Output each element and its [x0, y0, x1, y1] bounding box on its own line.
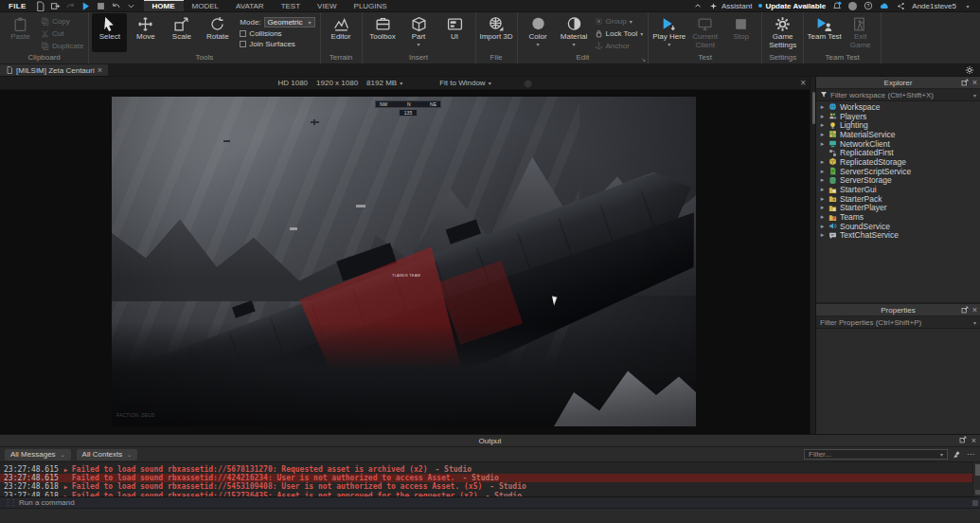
clear-output-broom-icon[interactable] [953, 450, 962, 460]
avatar[interactable] [848, 2, 857, 10]
import-3d-button[interactable]: Import 3D [479, 13, 514, 52]
3d-viewport[interactable]: NW N NE 135 TLANDS TEAM FACTION: ZEUS [112, 97, 696, 426]
expand-arrow-icon[interactable]: ▶ [64, 466, 72, 473]
dialog-launcher-icon[interactable]: ↘ [641, 56, 646, 63]
share-icon[interactable] [896, 1, 905, 10]
explorer-item-replicatedstorage[interactable]: ▸ReplicatedStorage [816, 157, 980, 167]
output-scrollbar[interactable] [972, 462, 980, 496]
close-icon[interactable]: × [971, 436, 976, 445]
expand-caret-icon[interactable]: ▸ [819, 131, 826, 138]
tab-options-gear[interactable] [965, 64, 980, 76]
explorer-item-serverscriptservice[interactable]: ▸ServerScriptService [816, 167, 980, 176]
collisions-checkbox[interactable]: Collisions [240, 29, 314, 38]
lock-tool-button[interactable]: Lock Tool▾ [593, 28, 646, 39]
rotate-button[interactable]: Rotate [200, 13, 235, 52]
explorer-item-replicatedfirst[interactable]: ReplicatedFirst [816, 148, 980, 157]
toolbox-button[interactable]: Toolbox [365, 13, 401, 52]
game-settings-button[interactable]: Game Settings [765, 13, 800, 52]
account-caret-icon[interactable]: ▾ [963, 1, 972, 10]
output-row[interactable]: 23:27:48.618▶Failed to load sound rbxass… [0, 482, 980, 491]
ribbon-tab-plugins[interactable]: PLUGINS [346, 0, 396, 11]
explorer-item-networkclient[interactable]: ▸NetworkClient [816, 139, 980, 149]
play-icon[interactable] [80, 1, 91, 11]
fit-to-window-dropdown[interactable]: Fit to Window▾ [439, 79, 490, 87]
context-filter-dropdown[interactable]: All Contexts⌄ [77, 449, 138, 460]
place-tab[interactable]: [MILSIM] Zeta Centauri × [0, 64, 108, 76]
expand-caret-icon[interactable]: ▸ [819, 121, 826, 129]
username-label[interactable]: Ande1steve5 [912, 2, 956, 10]
select-button[interactable]: Select [92, 13, 127, 52]
command-bar[interactable]: ⋮⋮ Run a command [0, 496, 980, 508]
join-surfaces-checkbox[interactable]: Join Surfaces [240, 40, 314, 48]
expand-caret-icon[interactable]: ▸ [819, 158, 826, 166]
redo-icon[interactable] [65, 1, 76, 11]
collapse-ribbon-icon[interactable] [693, 1, 703, 10]
move-button[interactable]: Move [128, 13, 163, 52]
output-filter-input[interactable]: Filter... ▾ [804, 449, 948, 460]
color-button[interactable]: Color▾ [521, 13, 556, 52]
expand-caret-icon[interactable]: ▸ [819, 168, 826, 175]
notifications-bell-icon[interactable] [832, 1, 842, 10]
explorer-item-starterplayer[interactable]: ▸StarterPlayer [816, 204, 980, 213]
popout-icon[interactable] [961, 306, 969, 314]
assistant-button[interactable]: Assistant [709, 1, 752, 10]
output-scrollbar-button[interactable] [975, 490, 980, 495]
explorer-item-lighting[interactable]: ▸Lighting [816, 120, 980, 130]
popout-icon[interactable] [961, 79, 969, 86]
expand-caret-icon[interactable]: ▸ [819, 223, 826, 230]
update-available-button[interactable]: Update Available [758, 2, 826, 10]
viewport-toolbar-close[interactable]: × [800, 77, 806, 89]
popout-icon[interactable] [959, 436, 967, 443]
ribbon-tab-view[interactable]: VIEW [309, 0, 345, 11]
explorer-item-serverstorage[interactable]: ▸ServerStorage [816, 176, 980, 186]
caret-down-icon[interactable] [126, 1, 136, 11]
explorer-item-teams[interactable]: ▸Teams [816, 212, 980, 222]
record-icon[interactable]: ◎ [525, 79, 532, 88]
file-menu-button[interactable]: FILE [0, 0, 35, 11]
panel-splitter[interactable] [810, 77, 816, 434]
current-client-button[interactable]: Current Client [687, 13, 722, 52]
explorer-item-workspace[interactable]: ▸Workspace [816, 102, 980, 112]
scale-button[interactable]: Scale [164, 13, 199, 52]
expand-arrow-icon[interactable]: ▶ [64, 483, 72, 490]
ribbon-tab-test[interactable]: TEST [273, 0, 309, 11]
explorer-item-soundservice[interactable]: ▸SoundService [816, 222, 980, 231]
expand-caret-icon[interactable]: ▸ [819, 140, 826, 148]
memory-dropdown[interactable]: 8192 MB▾ [366, 79, 402, 87]
team-test-button[interactable]: Team Test [807, 13, 842, 52]
stop-button[interactable]: Stop [723, 13, 758, 52]
output-row[interactable]: 23:27:48.615▶Failed to load sound rbxass… [0, 465, 980, 474]
exit-game-button[interactable]: Exit Game [843, 13, 878, 52]
expand-caret-icon[interactable]: ▸ [819, 204, 826, 211]
anchor-button[interactable]: Anchor [593, 41, 646, 51]
expand-caret-icon[interactable]: ▸ [819, 176, 826, 184]
output-row[interactable]: 23:27:48.615Failed to load sound rbxasse… [0, 474, 980, 482]
paste-button[interactable]: Paste [3, 13, 38, 52]
output-scrollbar-thumb[interactable] [975, 464, 980, 476]
mode-dropdown[interactable]: Geometric▾ [264, 17, 315, 27]
expand-caret-icon[interactable]: ▸ [819, 195, 826, 203]
group-button[interactable]: Group▾ [593, 16, 646, 27]
ribbon-tab-model[interactable]: MODEL [184, 0, 227, 11]
expand-caret-icon[interactable]: ▸ [819, 113, 826, 120]
expand-caret-icon[interactable]: ▸ [819, 231, 826, 239]
expand-caret-icon[interactable]: ▸ [819, 186, 826, 193]
close-icon[interactable]: × [972, 305, 977, 315]
stop-icon[interactable] [96, 1, 106, 11]
message-filter-dropdown[interactable]: All Messages⌄ [5, 449, 71, 460]
ribbon-tab-avatar[interactable]: AVATAR [227, 0, 273, 11]
explorer-item-textchatservice[interactable]: ▸TextChatService [816, 231, 980, 241]
expand-caret-icon[interactable]: ▸ [819, 103, 826, 111]
help-icon[interactable]: ? [864, 1, 873, 10]
ui-button[interactable]: UI [437, 13, 472, 52]
tab-close-icon[interactable]: × [98, 66, 102, 74]
explorer-item-players[interactable]: ▸Players [816, 112, 980, 121]
cut-button[interactable]: Cut [39, 28, 85, 39]
part-button[interactable]: Part▾ [401, 13, 437, 52]
new-file-icon[interactable] [35, 1, 45, 11]
material-button[interactable]: Material▾ [557, 13, 592, 52]
close-icon[interactable]: × [972, 78, 977, 87]
open-file-icon[interactable] [50, 1, 61, 11]
explorer-item-materialservice[interactable]: ▸MaterialService [816, 130, 980, 139]
more-options-icon[interactable]: ⋯ [967, 450, 975, 459]
